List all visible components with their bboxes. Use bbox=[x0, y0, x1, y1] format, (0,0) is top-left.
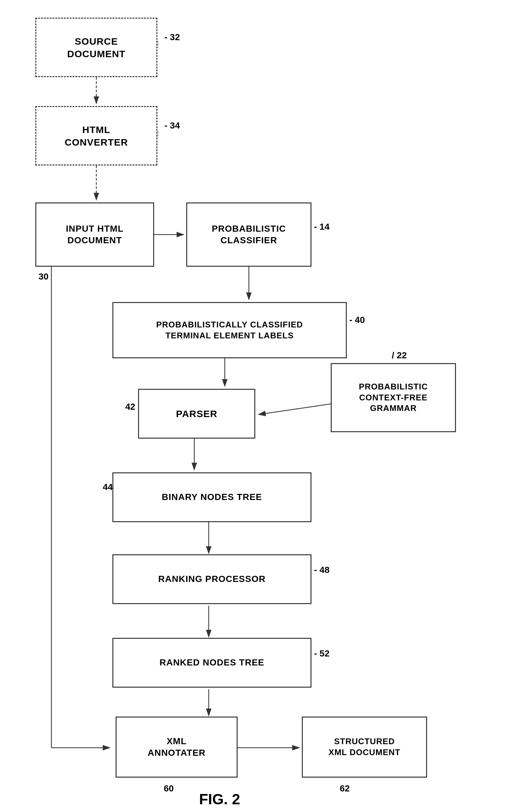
label-48: - 48 bbox=[314, 565, 329, 575]
probabilistic-classifier-box: PROBABILISTIC CLASSIFIER bbox=[186, 202, 312, 267]
label-22: / 22 bbox=[392, 350, 407, 361]
parser-box: PARSER bbox=[138, 389, 255, 439]
figure-caption: FIG. 2 bbox=[199, 791, 240, 808]
label-32: - 32 bbox=[164, 32, 180, 42]
label-40: - 40 bbox=[349, 315, 365, 325]
label-62: 62 bbox=[340, 783, 350, 794]
input-html-document-box: INPUT HTML DOCUMENT bbox=[35, 202, 154, 267]
binary-nodes-tree-box: BINARY NODES TREE bbox=[112, 472, 312, 522]
label-34: - 34 bbox=[164, 120, 180, 131]
svg-line-6 bbox=[258, 404, 331, 415]
label-30: 30 bbox=[39, 272, 48, 282]
ranking-processor-box: RANKING PROCESSOR bbox=[112, 554, 312, 604]
structured-xml-document-box: STRUCTURED XML DOCUMENT bbox=[302, 716, 427, 778]
label-52: - 52 bbox=[314, 649, 329, 659]
xml-annotater-box: XML ANNOTATER bbox=[116, 716, 238, 778]
prob-classified-labels-box: PROBABILISTICALLY CLASSIFIED TERMINAL EL… bbox=[112, 302, 347, 358]
label-44: 44 bbox=[103, 482, 113, 492]
source-document-box: SOURCE DOCUMENT bbox=[35, 18, 158, 77]
html-converter-box: HTML CONVERTER bbox=[35, 106, 158, 165]
label-42: 42 bbox=[125, 402, 135, 412]
prob-cfg-box: PROBABILISTIC CONTEXT-FREE GRAMMAR bbox=[331, 363, 456, 432]
label-60: 60 bbox=[164, 783, 174, 794]
label-14: - 14 bbox=[314, 222, 329, 232]
diagram-container: SOURCE DOCUMENT HTML CONVERTER INPUT HTM… bbox=[0, 0, 525, 812]
ranked-nodes-tree-box: RANKED NODES TREE bbox=[112, 638, 312, 688]
